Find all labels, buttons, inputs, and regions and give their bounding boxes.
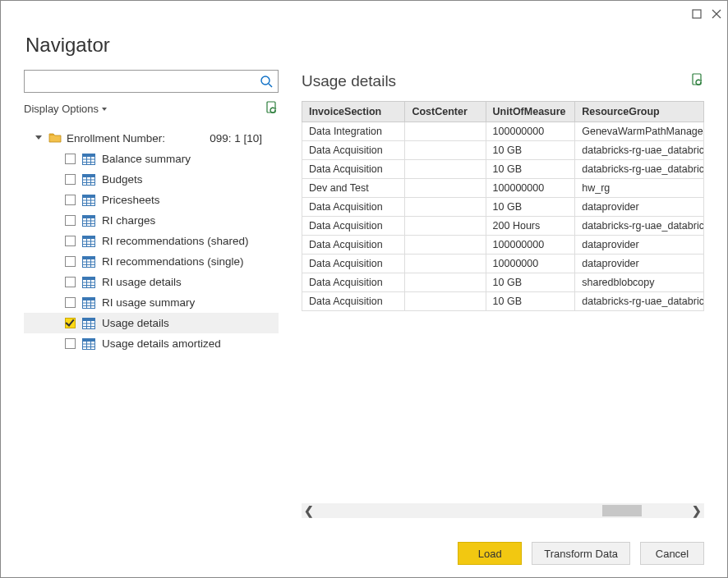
close-icon[interactable]: [711, 8, 722, 20]
cell-resourcegroup: databricks-rg-uae_databricks-: [575, 217, 704, 236]
cell-costcenter: [405, 179, 486, 198]
checkbox[interactable]: [65, 277, 76, 287]
table-row[interactable]: Data Acquisition10 GBdatabricks-rg-uae_d…: [302, 160, 704, 179]
checkbox[interactable]: [65, 338, 76, 349]
tree-item-label: Usage details: [102, 317, 169, 329]
tree-parent-suffix: 099: 1 [10]: [210, 132, 277, 144]
cell-invoicesection: Data Acquisition: [302, 217, 405, 236]
refresh-icon[interactable]: [265, 101, 279, 117]
cancel-button[interactable]: Cancel: [640, 542, 704, 565]
svg-rect-66: [693, 74, 701, 85]
tree-item-label: Usage details amortized: [102, 337, 221, 350]
table-row[interactable]: Data Acquisition10 GBsharedblobcopy: [302, 273, 704, 292]
tree-item-label: RI recommendations (shared): [102, 235, 249, 247]
search-icon[interactable]: [260, 75, 273, 91]
table-row[interactable]: Data Acquisition10000000dataprovider: [302, 255, 704, 273]
checkbox[interactable]: [65, 256, 76, 267]
table-icon: [82, 236, 95, 247]
table-row[interactable]: Data Acquisition100000000dataprovider: [302, 236, 704, 255]
column-header-resourcegroup[interactable]: ResourceGroup: [575, 102, 704, 122]
search-box[interactable]: [24, 70, 279, 93]
transform-data-button[interactable]: Transform Data: [532, 542, 630, 565]
tree-parent-enrollment[interactable]: Enrollment Number: 099: 1 [10]: [24, 128, 279, 149]
horizontal-scrollbar[interactable]: ❮ ❯: [302, 503, 704, 518]
svg-rect-5: [267, 102, 275, 112]
navigator-tree-pane: Display Options Enrollment Number: 099: …: [24, 70, 279, 518]
tree-item-label: RI charges: [102, 214, 155, 227]
table-row[interactable]: Dev and Test100000000hw_rg: [302, 179, 704, 198]
display-options-dropdown[interactable]: Display Options: [24, 103, 107, 115]
preview-refresh-icon[interactable]: [691, 73, 704, 89]
checkbox[interactable]: [65, 236, 76, 246]
svg-rect-19: [83, 195, 95, 198]
cell-invoicesection: Data Acquisition: [302, 160, 405, 179]
cell-costcenter: [405, 217, 486, 236]
table-icon: [82, 256, 95, 268]
table-icon: [82, 277, 95, 288]
table-icon: [82, 154, 95, 165]
checkbox[interactable]: [65, 297, 76, 308]
checkbox[interactable]: [65, 154, 76, 164]
table-row[interactable]: Data Acquisition200 Hoursdatabricks-rg-u…: [302, 217, 704, 236]
column-header-invoicesection[interactable]: InvoiceSection: [302, 102, 405, 122]
table-row[interactable]: Data Acquisition10 GBdataprovider: [302, 198, 704, 217]
tree-item-ri-usage-details[interactable]: RI usage details: [24, 272, 279, 292]
svg-point-3: [261, 76, 270, 85]
preview-pane: Usage details InvoiceSectionCostCenterUn…: [302, 70, 704, 518]
folder-icon: [48, 131, 62, 145]
cell-resourcegroup: dataprovider: [575, 255, 704, 273]
svg-rect-13: [83, 174, 95, 177]
display-options-label: Display Options: [24, 103, 99, 115]
cell-invoicesection: Data Acquisition: [302, 198, 405, 217]
table-icon: [82, 174, 95, 186]
cell-resourcegroup: databricks-rg-uae_databricks-: [575, 141, 704, 160]
cell-costcenter: [405, 141, 486, 160]
svg-rect-61: [83, 338, 95, 342]
svg-line-4: [269, 84, 272, 87]
caret-expanded-icon: [35, 135, 42, 140]
cell-unitofmeasure: 100000000: [486, 122, 575, 141]
cell-costcenter: [405, 292, 486, 311]
table-row[interactable]: Data Integration100000000GenevaWarmPathM…: [302, 122, 704, 141]
table-row[interactable]: Data Acquisition10 GBdatabricks-rg-uae_d…: [302, 141, 704, 160]
tree-item-budgets[interactable]: Budgets: [24, 169, 279, 190]
tree-item-ri-recommendations-shared-[interactable]: RI recommendations (shared): [24, 231, 279, 251]
column-header-costcenter[interactable]: CostCenter: [405, 102, 486, 122]
footer: Load Transform Data Cancel: [1, 530, 727, 577]
cell-costcenter: [405, 198, 486, 217]
table-row[interactable]: Data Acquisition10 GBdatabricks-rg-uae_d…: [302, 292, 704, 311]
tree-item-balance-summary[interactable]: Balance summary: [24, 149, 279, 169]
cell-costcenter: [405, 273, 486, 292]
table-icon: [82, 338, 95, 350]
cell-unitofmeasure: 100000000: [486, 179, 575, 198]
tree-item-label: RI usage details: [102, 276, 182, 288]
tree-item-ri-recommendations-single-[interactable]: RI recommendations (single): [24, 251, 279, 272]
cell-costcenter: [405, 160, 486, 179]
tree-item-ri-usage-summary[interactable]: RI usage summary: [24, 292, 279, 313]
tree-item-label: Budgets: [102, 173, 143, 186]
column-header-unitofmeasure[interactable]: UnitOfMeasure: [486, 102, 575, 122]
tree-item-usage-details[interactable]: Usage details: [24, 313, 279, 333]
maximize-icon[interactable]: [691, 8, 703, 20]
tree-item-ri-charges[interactable]: RI charges: [24, 210, 279, 231]
checkbox[interactable]: [65, 215, 76, 226]
tree-item-usage-details-amortized[interactable]: Usage details amortized: [24, 333, 279, 354]
cell-resourcegroup: dataprovider: [575, 198, 704, 217]
search-input[interactable]: [25, 71, 255, 92]
cell-invoicesection: Data Acquisition: [302, 141, 405, 160]
checkbox[interactable]: [65, 195, 76, 205]
tree-item-pricesheets[interactable]: Pricesheets: [24, 190, 279, 210]
scroll-right-arrow-icon[interactable]: ❯: [689, 503, 704, 518]
scroll-thumb[interactable]: [602, 505, 642, 516]
cell-unitofmeasure: 10 GB: [486, 160, 575, 179]
svg-rect-55: [83, 318, 95, 321]
cell-invoicesection: Data Acquisition: [302, 236, 405, 255]
cell-invoicesection: Dev and Test: [302, 179, 405, 198]
checkbox[interactable]: [65, 318, 76, 328]
table-icon: [82, 195, 95, 206]
cell-invoicesection: Data Acquisition: [302, 273, 405, 292]
svg-rect-43: [83, 277, 95, 280]
checkbox[interactable]: [65, 174, 76, 185]
load-button[interactable]: Load: [458, 542, 522, 565]
scroll-left-arrow-icon[interactable]: ❮: [302, 503, 316, 518]
